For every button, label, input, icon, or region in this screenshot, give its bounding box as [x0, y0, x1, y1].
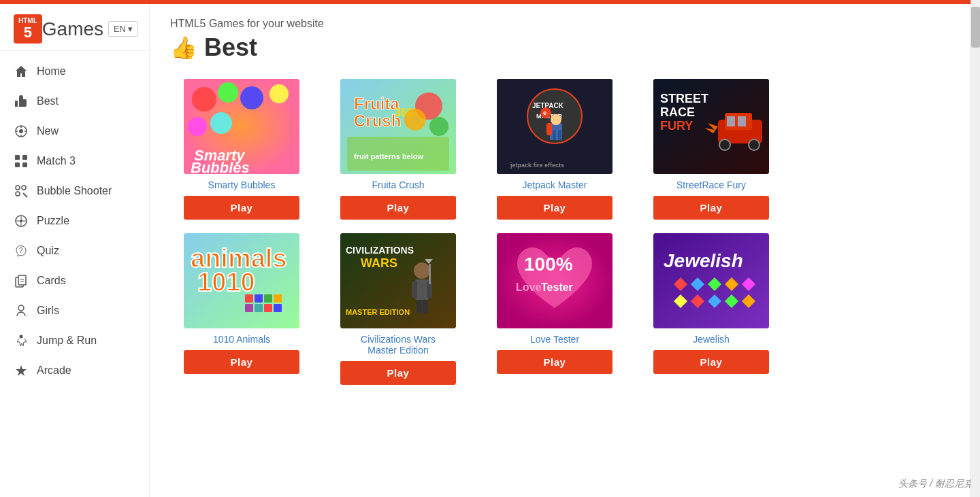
game-name-civilizations-wars: Civilizations WarsMaster Edition [361, 334, 436, 356]
play-button-1010-animals[interactable]: Play [184, 350, 299, 374]
svg-rect-74 [245, 304, 253, 312]
sidebar-item-label: Match 3 [37, 155, 76, 167]
svg-rect-7 [22, 155, 27, 160]
game-name-smarty-bubbles: Smarty Bubbles [208, 179, 276, 190]
svg-point-11 [22, 186, 26, 190]
sidebar-item-arcade[interactable]: Arcade [0, 356, 149, 385]
page-title: 👍 Best [170, 33, 960, 62]
game-card-love-tester: 100% Love Tester Love Tester Play [483, 233, 626, 385]
sidebar-item-best[interactable]: Best [0, 86, 149, 116]
sidebar-item-label: New [37, 125, 59, 137]
svg-rect-75 [255, 304, 263, 312]
quiz-icon: ? [14, 243, 29, 258]
svg-rect-20 [18, 275, 26, 285]
game-thumbnail-jewelish: Jewelish [653, 233, 769, 328]
puzzle-icon [14, 213, 29, 228]
play-button-civilizations-wars[interactable]: Play [340, 361, 456, 385]
game-name-love-tester: Love Tester [530, 334, 579, 345]
play-button-fruita-crush[interactable]: Play [340, 196, 456, 220]
sidebar-item-label: Cards [37, 275, 66, 287]
sidebar-item-puzzle[interactable]: Puzzle [0, 206, 149, 236]
svg-point-17 [20, 220, 22, 222]
play-button-love-tester[interactable]: Play [497, 350, 612, 374]
svg-text:STREET: STREET [660, 92, 708, 105]
svg-point-51 [551, 114, 561, 125]
arcade-icon [14, 363, 29, 378]
svg-rect-87 [429, 264, 431, 284]
svg-rect-70 [245, 294, 253, 303]
game-thumbnail-love-tester: 100% Love Tester [497, 233, 612, 328]
games-grid: Smarty Bubbles Smarty Bubbles Play [170, 79, 783, 385]
sidebar-item-label: Girls [37, 305, 59, 317]
sidebar-item-quiz[interactable]: ? Quiz [0, 236, 149, 266]
sidebar-item-home[interactable]: Home [0, 56, 149, 86]
logo-title: Games [42, 18, 103, 40]
sidebar-item-label: Home [37, 65, 66, 78]
play-button-jewelish[interactable]: Play [653, 350, 769, 374]
five-label: 5 [24, 24, 32, 41]
game-thumbnail-smarty-bubbles: Smarty Bubbles [184, 79, 299, 174]
svg-rect-8 [15, 162, 20, 167]
bubble-shooter-icon [14, 184, 29, 199]
svg-point-30 [270, 84, 289, 103]
play-button-streetrace-fury[interactable]: Play [653, 196, 769, 220]
sidebar-item-label: Puzzle [37, 215, 69, 227]
main-content: HTML5 Games for your website 👍 Best [150, 4, 980, 497]
page-title-text: Best [204, 33, 257, 62]
svg-point-24 [20, 335, 23, 339]
svg-point-28 [218, 82, 238, 103]
sidebar-item-girls[interactable]: Girls [0, 296, 149, 326]
html5-badge: HTML 5 [14, 14, 42, 44]
svg-text:CIVILIZATIONS: CIVILIZATIONS [346, 245, 414, 256]
svg-rect-53 [558, 130, 561, 140]
game-name-fruita-crush: Fruita Crush [372, 179, 424, 190]
svg-rect-85 [416, 300, 422, 313]
game-thumbnail-streetrace-fury: STREET RACE FURY [653, 79, 769, 174]
sidebar-item-cards[interactable]: Cards [0, 266, 149, 296]
sidebar-item-jump-run[interactable]: Jump & Run [0, 326, 149, 356]
home-icon [14, 64, 29, 79]
game-name-jetpack-master: Jetpack Master [523, 179, 587, 190]
game-thumbnail-fruita-crush: Fruita Crush 360° fruit patterns below [340, 79, 456, 174]
sidebar-item-label: Arcade [37, 364, 71, 377]
svg-point-10 [16, 186, 20, 190]
game-card-jewelish: Jewelish Jewelis [640, 233, 783, 385]
language-selector[interactable]: EN ▾ [108, 21, 138, 37]
svg-point-40 [404, 109, 426, 131]
sidebar-item-match3[interactable]: Match 3 [0, 146, 149, 176]
svg-text:Crush: Crush [354, 112, 401, 130]
sidebar-item-label: Bubble Shooter [37, 185, 112, 197]
svg-point-62 [719, 139, 730, 150]
svg-rect-83 [412, 281, 417, 298]
scrollbar-thumb[interactable] [971, 7, 980, 48]
svg-rect-9 [22, 162, 27, 167]
sidebar-item-label: Jump & Run [37, 335, 97, 347]
svg-text:?: ? [19, 247, 23, 254]
thumbs-up-icon [14, 94, 29, 109]
sidebar-item-bubble-shooter[interactable]: Bubble Shooter [0, 176, 149, 206]
nav-menu: Home Best [0, 51, 149, 391]
scrollbar[interactable] [970, 0, 980, 497]
svg-point-23 [18, 305, 24, 311]
svg-point-81 [414, 262, 430, 279]
svg-text:RACE: RACE [660, 105, 695, 119]
game-card-civilizations-wars: CIVILIZATIONS WARS MASTER EDITION [327, 233, 470, 385]
game-name-jewelish: Jewelish [693, 334, 730, 345]
svg-point-27 [192, 87, 216, 112]
svg-text:Love: Love [516, 281, 541, 293]
svg-text:MASTER EDITION: MASTER EDITION [346, 308, 410, 316]
svg-text:e: e [543, 109, 546, 116]
game-thumbnail-1010-animals: animals 1010 [184, 233, 299, 328]
game-thumbnail-jetpack-master: JETPACK MASTER e jetpack fire effects [497, 79, 612, 174]
svg-text:Fruita: Fruita [354, 95, 399, 113]
cards-icon [14, 273, 29, 288]
game-card-streetrace-fury: STREET RACE FURY StreetRace Fur [640, 79, 783, 220]
svg-text:Tester: Tester [541, 281, 573, 293]
sidebar-item-new[interactable]: New [0, 116, 149, 146]
play-button-smarty-bubbles[interactable]: Play [184, 196, 299, 220]
svg-point-12 [16, 192, 20, 196]
play-button-jetpack-master[interactable]: Play [497, 196, 612, 220]
svg-rect-52 [553, 130, 556, 140]
svg-text:fruit patterns below: fruit patterns below [354, 152, 424, 160]
svg-marker-25 [16, 365, 27, 376]
